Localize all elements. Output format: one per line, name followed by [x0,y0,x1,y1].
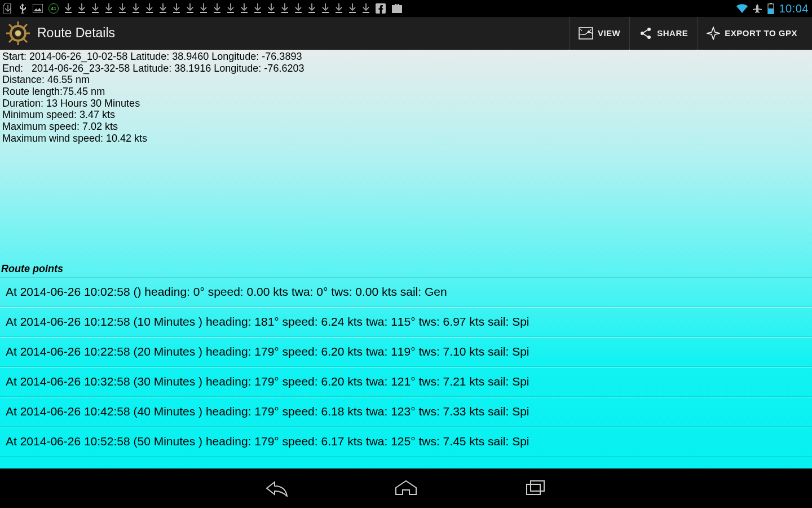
download-notification-icon [159,3,167,14]
download-notification-icon [321,3,329,14]
route-points-list[interactable]: At 2014-06-26 10:02:58 () heading: 0° sp… [0,277,812,469]
svg-rect-8 [160,12,166,13]
download-notifications-icons [64,3,370,14]
download-notification-icon [145,3,153,14]
download-notification-icon [281,3,289,14]
view-button-label: VIEW [598,28,620,38]
svg-rect-11 [200,12,207,13]
download-notification-icon [335,3,343,14]
svg-rect-4 [105,12,112,13]
svg-rect-16 [268,12,275,13]
status-bar-left: 41 [3,3,736,14]
briefcase-icon [391,3,403,14]
share-icon [639,27,652,40]
map-icon [579,27,593,40]
svg-rect-2 [78,12,85,13]
screen: 41 10:04 [0,0,812,508]
route-points-heading: Route points [0,263,812,277]
download-notification-icon [118,3,126,14]
export-gpx-button-label: EXPORT TO GPX [725,28,797,38]
svg-rect-1 [65,12,72,13]
sd-card-icon [3,3,12,14]
status-clock: 10:04 [779,2,809,15]
svg-rect-6 [133,12,139,13]
badge-41-icon: 41 [48,3,59,14]
svg-rect-9 [173,12,180,13]
app-wheel-icon[interactable] [5,20,32,47]
svg-rect-17 [281,12,288,13]
summary-distance: Distance: 46.55 nm [2,74,810,86]
usb-icon [18,3,27,14]
download-notification-icon [78,3,86,14]
route-point-row[interactable]: At 2014-06-26 10:32:58 (30 Minutes ) hea… [0,367,812,397]
svg-point-29 [15,30,21,36]
download-notification-icon [267,3,275,14]
share-button-label: SHARE [657,28,688,38]
svg-rect-12 [214,12,220,13]
route-point-row[interactable]: At 2014-06-26 10:02:58 () heading: 0° sp… [0,277,812,307]
svg-rect-27 [768,8,774,14]
share-button[interactable]: SHARE [629,17,697,50]
page-title: Route Details [37,25,569,41]
svg-rect-10 [187,12,193,13]
download-notification-icon [105,3,113,14]
download-notification-icon [186,3,194,14]
compass-icon [707,27,720,40]
route-point-row[interactable]: At 2014-06-26 10:22:58 (20 Minutes ) hea… [0,337,812,367]
home-button[interactable] [386,474,426,502]
summary-max-wind: Maximum wind speed: 10.42 kts [2,133,810,144]
download-notification-icon [173,3,180,14]
summary-max-speed: Maximum speed: 7.02 kts [2,121,810,133]
wifi-icon [736,3,748,14]
svg-rect-21 [336,12,342,13]
view-button[interactable]: VIEW [569,17,629,50]
svg-rect-23 [363,12,369,13]
navigation-bar [0,468,812,508]
svg-line-35 [24,39,27,42]
svg-rect-44 [531,481,544,491]
svg-rect-22 [349,12,356,13]
svg-point-41 [647,28,651,31]
svg-rect-15 [254,12,261,13]
download-notification-icon [240,3,248,14]
svg-point-42 [647,36,651,39]
download-notification-icon [294,3,302,14]
svg-rect-20 [322,12,329,13]
svg-line-36 [24,24,27,28]
download-notification-icon [200,3,208,14]
download-notification-icon [227,3,235,14]
svg-rect-7 [146,12,153,13]
route-summary: Start: 2014-06-26_10-02-58 Latitude: 38.… [0,50,812,144]
content-area[interactable]: Start: 2014-06-26_10-02-58 Latitude: 38.… [0,50,812,468]
svg-point-40 [641,32,644,35]
summary-min-speed: Minimum speed: 3.47 kts [2,109,810,121]
svg-rect-13 [227,12,234,13]
summary-duration: Duration: 13 Hours 30 Minutes [2,98,810,110]
route-point-row[interactable]: At 2014-06-26 10:52:58 (50 Minutes ) hea… [0,427,812,457]
svg-rect-14 [241,12,248,13]
recent-apps-button[interactable] [516,474,555,502]
download-notification-icon [348,3,356,14]
svg-rect-18 [295,12,302,13]
action-bar: Route Details VIEW SHARE EXPORT TO GPX [0,17,812,50]
download-notification-icon [64,3,72,14]
image-icon [33,4,43,13]
airplane-mode-icon [753,3,763,14]
svg-line-34 [9,24,12,28]
export-gpx-button[interactable]: EXPORT TO GPX [697,17,806,50]
summary-route-length: Route length:75.45 nm [2,86,810,98]
battery-icon [767,3,774,14]
download-notification-icon [254,3,262,14]
download-notification-icon [91,3,99,14]
route-point-row[interactable]: At 2014-06-26 10:12:58 (10 Minutes ) hea… [0,307,812,337]
summary-start: Start: 2014-06-26_10-02-58 Latitude: 38.… [2,51,810,63]
summary-end: End: 2014-06-26_23-32-58 Latitude: 38.19… [2,63,810,75]
download-notification-icon [213,3,221,14]
svg-rect-0 [33,4,43,13]
status-bar: 41 10:04 [0,0,812,17]
download-notification-icon [308,3,316,14]
back-button[interactable] [257,474,296,502]
svg-line-37 [9,39,12,42]
route-point-row[interactable]: At 2014-06-26 10:42:58 (40 Minutes ) hea… [0,397,812,427]
spacer [0,144,812,263]
